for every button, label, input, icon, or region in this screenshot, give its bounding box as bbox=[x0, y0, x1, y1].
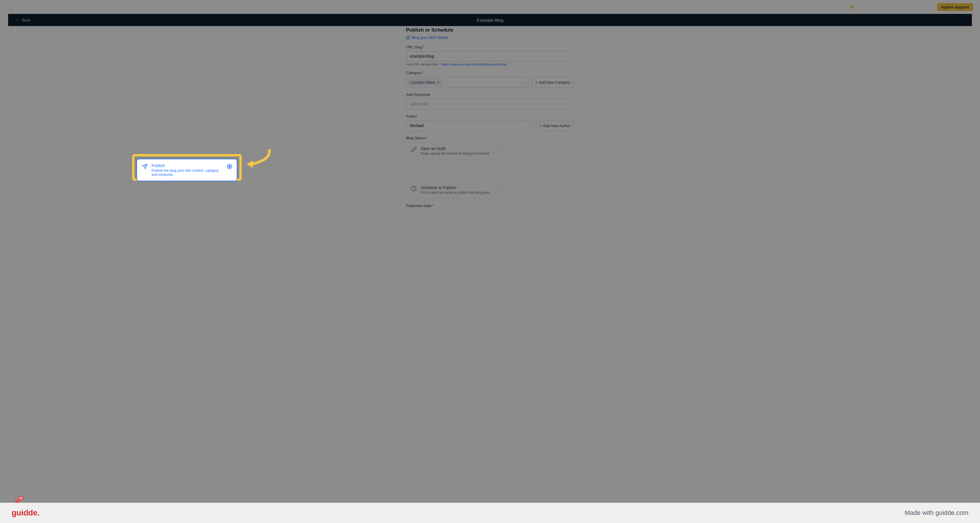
url-hint: Your URL will look like: - https://www.e… bbox=[406, 63, 574, 66]
schedule-desc: Pick a date and time to publish this blo… bbox=[421, 190, 495, 195]
back-label: Back bbox=[22, 18, 30, 22]
category-label: Category* bbox=[406, 71, 574, 75]
header-bar: ← Back Example Blog bbox=[8, 14, 972, 26]
author-value: Michael bbox=[408, 124, 424, 128]
published-date-label: Published Date* bbox=[406, 204, 574, 208]
keywords-placeholder: Select one bbox=[408, 101, 429, 106]
made-with-text: Made with guidde.com bbox=[905, 509, 969, 517]
author-select[interactable]: Michael ⌄ bbox=[406, 120, 533, 131]
url-slug-input[interactable] bbox=[406, 51, 574, 62]
draft-title: Save as Draft bbox=[421, 146, 495, 151]
send-icon bbox=[142, 163, 148, 170]
support-button[interactable]: topline Support bbox=[937, 3, 973, 11]
tag-remove-icon[interactable]: ✕ bbox=[437, 80, 439, 84]
clock-icon bbox=[411, 185, 417, 192]
add-category-button[interactable]: + Add New Category bbox=[531, 77, 574, 88]
seo-link-text: Blog post SEO details bbox=[412, 35, 448, 40]
guidde-logo: guidde. bbox=[11, 508, 40, 518]
radio-checked bbox=[227, 164, 232, 169]
section-title: Publish or Schedule bbox=[406, 27, 574, 33]
back-button[interactable]: ← Back bbox=[15, 17, 30, 22]
footer-bar: guidde. Made with guidde.com bbox=[0, 503, 980, 523]
pencil-icon bbox=[406, 36, 410, 40]
radio-unchecked bbox=[499, 147, 504, 152]
url-slug-label: URL Slug* bbox=[406, 45, 574, 49]
arrow-annotation bbox=[242, 148, 277, 171]
plus-icon: + bbox=[535, 80, 538, 84]
arrow-left-icon: ← bbox=[15, 17, 20, 22]
chevron-down-icon: ⌄ bbox=[527, 124, 530, 128]
keywords-label: Add Keywords bbox=[406, 92, 574, 97]
seo-details-link[interactable]: Blog post SEO details bbox=[406, 35, 574, 40]
radio-unchecked bbox=[499, 186, 504, 191]
schedule-title: Schedule & Publish bbox=[421, 185, 495, 190]
page-title: Example Blog bbox=[477, 17, 504, 22]
plus-icon: + bbox=[539, 124, 542, 128]
category-tag: Location News ✕ bbox=[408, 79, 442, 86]
publish-desc: Publish the blog post with content, cate… bbox=[151, 168, 223, 177]
status-label: Blog Status* bbox=[406, 136, 574, 140]
author-label: Author bbox=[406, 114, 574, 119]
heart-count: 46 bbox=[18, 496, 23, 500]
lightning-icon: ⚡ bbox=[848, 4, 855, 10]
chevron-down-icon: ⌄ bbox=[522, 80, 525, 84]
status-option-publish[interactable]: Publish Publish the blog post with conte… bbox=[137, 159, 237, 181]
status-option-draft[interactable]: Save as Draft Keep saving the version of… bbox=[406, 142, 509, 160]
draft-desc: Keep saving the version of blog post con… bbox=[421, 151, 495, 155]
add-author-button[interactable]: + Add New Author bbox=[536, 120, 574, 131]
pencil-icon bbox=[411, 147, 417, 152]
category-select[interactable]: Location News ✕ ⌄ bbox=[406, 77, 528, 88]
status-option-schedule[interactable]: Schedule & Publish Pick a date and time … bbox=[406, 181, 509, 199]
publish-title: Publish bbox=[151, 163, 223, 168]
keywords-select[interactable]: Select one bbox=[406, 98, 574, 109]
